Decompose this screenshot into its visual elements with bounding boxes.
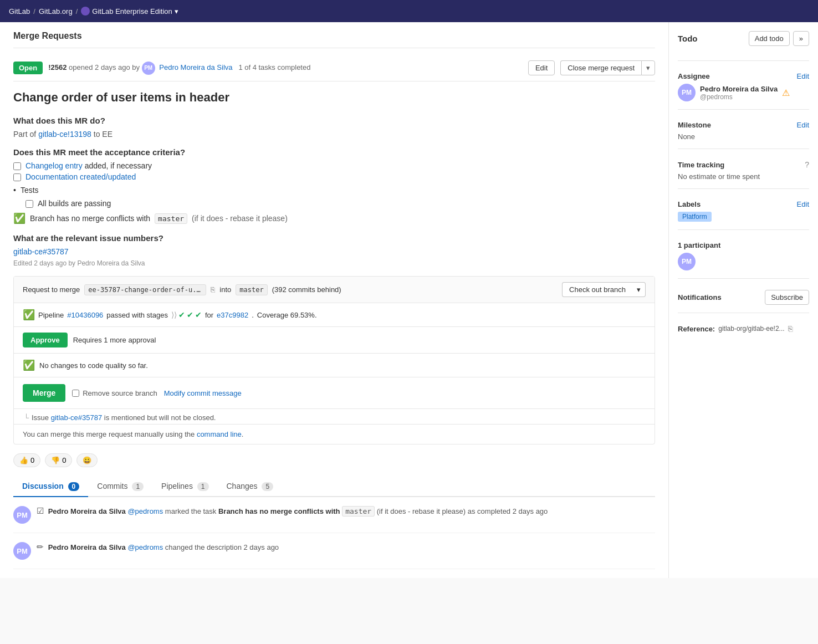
stage-pass-icon-3: ✔: [195, 310, 202, 319]
tab-pipelines[interactable]: Pipelines 1: [152, 476, 217, 497]
assignee-header-row: Assignee Edit: [678, 72, 809, 80]
content-area: Merge Requests Open !2562 opened 2 days …: [0, 22, 668, 578]
labels-edit-button[interactable]: Edit: [797, 200, 809, 208]
section-issue-numbers: What are the relevant issue numbers?: [13, 233, 655, 243]
quality-icon: ✅: [23, 359, 35, 371]
assignee-name: Pedro Moreira da Silva: [700, 85, 778, 93]
close-mr-button[interactable]: Close merge request: [560, 60, 641, 75]
disc-master-badge: master: [342, 506, 375, 517]
disc-handle-1: @pedroms: [127, 507, 163, 515]
merge-info-box: Request to merge ee-35787-change-order-o…: [13, 276, 655, 444]
merge-info-header: Request to merge ee-35787-change-order-o…: [14, 277, 655, 303]
issue-notice: Issue gitlab-ce#35787 is mentioned but w…: [14, 409, 655, 425]
emoji-reaction-button[interactable]: 😀: [76, 453, 98, 467]
pipeline-pass-icon: ✅: [23, 309, 35, 321]
tab-changes[interactable]: Changes 5: [218, 476, 283, 497]
platform-label-tag[interactable]: Platform: [678, 212, 712, 222]
all-builds-label: All builds are passing: [38, 199, 111, 208]
checkout-branch-button[interactable]: Check out branch: [562, 282, 632, 297]
disc-author-1: Pedro Moreira da Silva: [48, 507, 126, 515]
section-what-heading: What does this MR do?: [13, 116, 655, 125]
thumbs-down-button[interactable]: 👎 0: [45, 453, 72, 467]
sidebar-milestone-section: Milestone Edit None: [678, 121, 809, 149]
mr-title: Change order of user items in header: [13, 90, 655, 105]
issue-link-13198[interactable]: gitlab-ce!13198: [38, 130, 91, 139]
quality-row: ✅ No changes to code quality so far.: [14, 354, 655, 377]
download-button[interactable]: ▾: [632, 282, 646, 297]
checklist-item-changelog: Changelog entry added, if necessary: [13, 161, 655, 170]
docs-checkbox[interactable]: [13, 173, 21, 181]
close-mr-group: Close merge request ▾: [560, 60, 655, 75]
conflict-text: Branch has no merge conflicts with: [30, 214, 150, 223]
master-badge: master: [155, 213, 187, 224]
changelog-link[interactable]: Changelog entry: [25, 161, 83, 170]
emoji-icon: 😀: [83, 456, 91, 464]
thumbs-up-button[interactable]: 👍 0: [13, 453, 40, 467]
command-line-link[interactable]: command line: [197, 430, 242, 438]
approve-button[interactable]: Approve: [23, 333, 68, 347]
breadcrumb-gitlab[interactable]: GitLab: [9, 7, 30, 16]
expand-button[interactable]: »: [793, 31, 809, 46]
edition-icon: [81, 7, 90, 16]
target-branch-badge: master: [236, 284, 267, 295]
tab-commits[interactable]: Commits 1: [88, 476, 152, 497]
time-tracking-value: No estimate or time spent: [678, 172, 760, 181]
top-navigation: GitLab / GitLab.org / GitLab Enterprise …: [0, 0, 818, 22]
checklist-item-docs: Documentation created/updated: [13, 172, 655, 181]
time-tracking-info-icon[interactable]: ?: [805, 160, 809, 169]
sidebar-todo-section: Todo Add todo »: [678, 31, 809, 61]
main-layout: Merge Requests Open !2562 opened 2 days …: [0, 22, 818, 578]
pipeline-id-link[interactable]: #10436096: [67, 311, 103, 319]
pipeline-stages: ⟩⟩ ✔ ✔ ✔: [171, 310, 202, 319]
requires-approval: Requires 1 more approval: [73, 336, 156, 344]
thumbs-down-count: 0: [62, 456, 66, 464]
copy-branch-icon[interactable]: ⎘: [211, 285, 215, 294]
issue-ref-link[interactable]: gitlab-ce#35787: [13, 247, 69, 256]
milestone-header-row: Milestone Edit: [678, 121, 809, 129]
discussion-content-1: ☑ Pedro Moreira da Silva @pedroms marked…: [37, 506, 655, 524]
tabs-row: Discussion 0 Commits 1 Pipelines 1 Chang…: [13, 476, 655, 497]
participant-avatar: PM: [678, 253, 696, 270]
for-label: for: [205, 311, 213, 319]
subscribe-button[interactable]: Subscribe: [765, 290, 809, 305]
sidebar-labels-section: Labels Edit Platform: [678, 200, 809, 230]
disc-author-2: Pedro Moreira da Silva: [48, 543, 126, 551]
modify-commit-button[interactable]: Modify commit message: [164, 389, 242, 397]
mr-status-badge: Open: [13, 62, 43, 74]
assignee-edit-button[interactable]: Edit: [797, 72, 809, 80]
pipeline-label: Pipeline: [38, 311, 64, 319]
pipeline-row: ✅ Pipeline #10436096 passed with stages …: [14, 303, 655, 327]
remove-source-checkbox[interactable]: [72, 390, 79, 397]
copy-reference-icon[interactable]: ⎘: [788, 324, 793, 333]
checklist: Changelog entry added, if necessary Docu…: [13, 161, 655, 181]
mr-edit-button[interactable]: Edit: [528, 60, 555, 75]
merge-button[interactable]: Merge: [23, 384, 65, 402]
discussion-item-1: PM ☑ Pedro Moreira da Silva @pedroms mar…: [13, 497, 655, 533]
changelog-checkbox[interactable]: [13, 162, 21, 170]
mr-header-bar: Open !2562 opened 2 days ago by PM Pedro…: [13, 55, 655, 81]
sidebar-notifications-section: Notifications Subscribe: [678, 290, 809, 313]
notifications-label: Notifications: [678, 293, 722, 301]
add-todo-button[interactable]: Add todo: [749, 31, 790, 46]
tab-discussion[interactable]: Discussion 0: [13, 476, 88, 497]
breadcrumb-edition[interactable]: GitLab Enterprise Edition: [92, 7, 172, 16]
mr-opened-text: opened 2 days ago by: [69, 63, 140, 71]
task-complete-icon: ☑: [37, 506, 44, 515]
all-builds-checkbox[interactable]: [25, 200, 33, 208]
stage-pass-icon-1: ✔: [178, 310, 185, 319]
checkmark-icon: ✅: [13, 212, 25, 224]
reference-label: Reference:: [678, 325, 715, 333]
breadcrumb-gitlaborg[interactable]: GitLab.org: [39, 7, 73, 16]
milestone-edit-button[interactable]: Edit: [797, 121, 809, 129]
commit-ref-link[interactable]: e37c9982: [217, 311, 248, 319]
issue-notice-link[interactable]: gitlab-ce#35787: [51, 413, 103, 422]
commits-behind: (392 commits behind): [272, 285, 341, 294]
into-label: into: [219, 285, 231, 294]
milestone-value: None: [678, 132, 695, 141]
request-to-merge-label: Request to merge: [23, 285, 80, 294]
disc-action-2: changed the description 2 days ago: [165, 543, 279, 551]
mr-author-link[interactable]: Pedro Moreira da Silva: [159, 63, 232, 71]
docs-link[interactable]: Documentation created/updated: [25, 172, 136, 181]
close-mr-dropdown-button[interactable]: ▾: [641, 60, 655, 75]
assignee-avatar: PM: [678, 84, 696, 101]
